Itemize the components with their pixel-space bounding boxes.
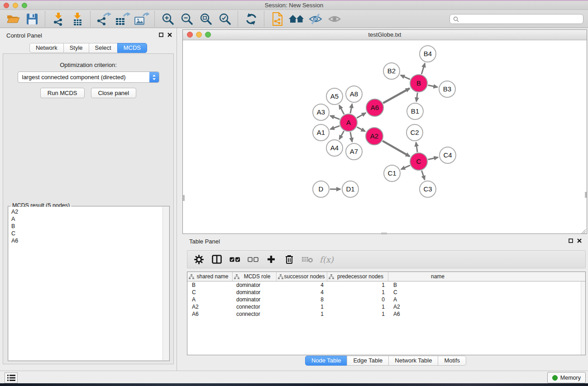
network-node[interactable]: D1 xyxy=(342,181,359,197)
network-edge[interactable] xyxy=(416,93,417,101)
network-edge[interactable] xyxy=(330,116,340,119)
column-header-successor-nodes[interactable]: successor nodes xyxy=(277,272,327,281)
network-node[interactable]: B4 xyxy=(420,46,436,62)
column-header-shared-name[interactable]: shared name xyxy=(187,272,233,281)
table-cell[interactable]: A xyxy=(187,296,233,303)
network-node[interactable]: B xyxy=(410,75,427,92)
export-network-button[interactable] xyxy=(94,11,113,27)
network-edge[interactable] xyxy=(401,75,410,79)
home-view-button[interactable] xyxy=(287,11,306,27)
network-edge[interactable] xyxy=(401,165,410,169)
show-columns-button[interactable] xyxy=(211,253,223,266)
select-all-button[interactable] xyxy=(229,253,241,266)
open-session-button[interactable] xyxy=(4,11,23,27)
task-history-button[interactable] xyxy=(5,372,18,383)
network-edge[interactable] xyxy=(339,105,344,114)
table-cell[interactable]: A2 xyxy=(187,304,233,310)
network-node[interactable]: A5 xyxy=(326,88,343,105)
show-graphics-button[interactable] xyxy=(325,11,344,27)
tab-node-table[interactable]: Node Table xyxy=(305,356,348,366)
network-node[interactable]: C4 xyxy=(440,147,456,163)
network-edge[interactable] xyxy=(422,171,425,180)
table-row[interactable]: Cdominator41C xyxy=(187,289,581,296)
float-panel-icon[interactable] xyxy=(159,33,163,37)
table-cell[interactable]: 4 xyxy=(277,282,327,288)
network-node[interactable]: A6 xyxy=(366,99,383,116)
network-edge[interactable] xyxy=(416,143,417,152)
mcds-list-scrollbar[interactable] xyxy=(163,207,169,360)
canvas-scroll-nub[interactable] xyxy=(381,233,387,234)
network-edge[interactable] xyxy=(383,88,410,103)
table-cell[interactable]: 0 xyxy=(327,296,388,303)
zoom-fit-button[interactable] xyxy=(196,11,215,27)
network-node[interactable]: C xyxy=(410,153,427,170)
search-input[interactable] xyxy=(461,14,583,24)
tab-edge-table[interactable]: Edge Table xyxy=(347,356,389,366)
network-node[interactable]: A3 xyxy=(313,104,329,120)
network-node[interactable]: D xyxy=(313,181,329,197)
close-panel-icon[interactable] xyxy=(167,33,172,37)
table-cell[interactable]: C xyxy=(388,289,487,295)
canvas-scroll-nub[interactable] xyxy=(585,192,587,198)
table-cell[interactable]: A xyxy=(388,296,487,303)
mcds-result-item[interactable]: B xyxy=(11,223,163,230)
column-header-name[interactable]: name xyxy=(388,272,487,281)
table-cell[interactable]: 8 xyxy=(277,296,327,303)
float-panel-icon[interactable] xyxy=(569,238,573,243)
import-network-button[interactable] xyxy=(49,11,68,27)
table-cell[interactable]: C xyxy=(187,289,233,295)
table-cell[interactable]: 1 xyxy=(277,304,327,310)
zoom-in-button[interactable] xyxy=(158,11,177,27)
table-cell[interactable]: 1 xyxy=(327,289,388,295)
network-edge[interactable] xyxy=(330,126,340,129)
export-image-button[interactable] xyxy=(132,11,151,27)
network-node[interactable]: A2 xyxy=(366,128,383,145)
table-cell[interactable]: 4 xyxy=(277,289,327,295)
zoom-selected-button[interactable] xyxy=(215,11,234,27)
network-node[interactable]: B3 xyxy=(439,81,455,97)
refresh-view-button[interactable] xyxy=(242,11,261,27)
resize-grip-icon[interactable] xyxy=(580,228,586,234)
network-window-titlebar[interactable]: testGlobe.txt xyxy=(183,30,587,40)
network-node[interactable]: C2 xyxy=(406,124,423,141)
network-from-file-button[interactable] xyxy=(268,11,287,27)
network-node[interactable]: B2 xyxy=(383,63,400,79)
criterion-dropdown[interactable]: largest connected component (directed) xyxy=(18,71,159,83)
export-table-button[interactable] xyxy=(113,11,132,27)
delete-table-button[interactable] xyxy=(301,253,313,266)
table-cell[interactable]: A6 xyxy=(187,311,233,317)
mcds-result-item[interactable]: A xyxy=(11,215,163,223)
close-panel-icon[interactable] xyxy=(577,238,582,243)
table-cell[interactable]: 1 xyxy=(327,311,388,317)
table-cell[interactable]: B xyxy=(187,282,233,288)
mcds-result-item[interactable]: C xyxy=(11,230,163,237)
table-cell[interactable]: 1 xyxy=(327,304,388,310)
mcds-result-item[interactable]: A6 xyxy=(11,237,163,244)
import-table-button[interactable] xyxy=(68,11,87,27)
network-node[interactable]: C3 xyxy=(420,181,436,197)
deselect-all-button[interactable] xyxy=(247,253,259,266)
table-row[interactable]: A2connector11A2 xyxy=(187,303,581,310)
tab-style[interactable]: Style xyxy=(63,43,89,53)
table-cell[interactable]: A2 xyxy=(388,304,487,310)
network-node[interactable]: A1 xyxy=(313,124,329,141)
network-node[interactable]: A xyxy=(340,114,357,131)
table-cell[interactable]: A6 xyxy=(388,311,487,317)
table-cell[interactable]: connector xyxy=(233,311,277,317)
network-edge[interactable] xyxy=(339,131,344,139)
table-settings-button[interactable] xyxy=(193,253,205,266)
network-node[interactable]: A7 xyxy=(346,143,362,160)
network-edge[interactable] xyxy=(357,113,366,118)
table-cell[interactable]: dominator xyxy=(233,289,277,295)
delete-column-button[interactable] xyxy=(283,253,295,266)
network-edge[interactable] xyxy=(357,127,365,132)
network-canvas[interactable]: AA1A2A3A4A5A6A7A8BB1B2B3B4CC1C2C3C4DD1 xyxy=(183,40,587,234)
table-cell[interactable]: dominator xyxy=(233,282,277,288)
tab-mcds[interactable]: MCDS xyxy=(117,43,147,53)
network-edge[interactable] xyxy=(428,85,438,87)
network-node[interactable]: A4 xyxy=(326,140,343,156)
table-cell[interactable]: 1 xyxy=(277,311,327,317)
column-header-predecessor-nodes[interactable]: predecessor nodes xyxy=(327,272,388,281)
hide-graphics-button[interactable] xyxy=(306,11,325,27)
network-edge[interactable] xyxy=(382,141,410,156)
